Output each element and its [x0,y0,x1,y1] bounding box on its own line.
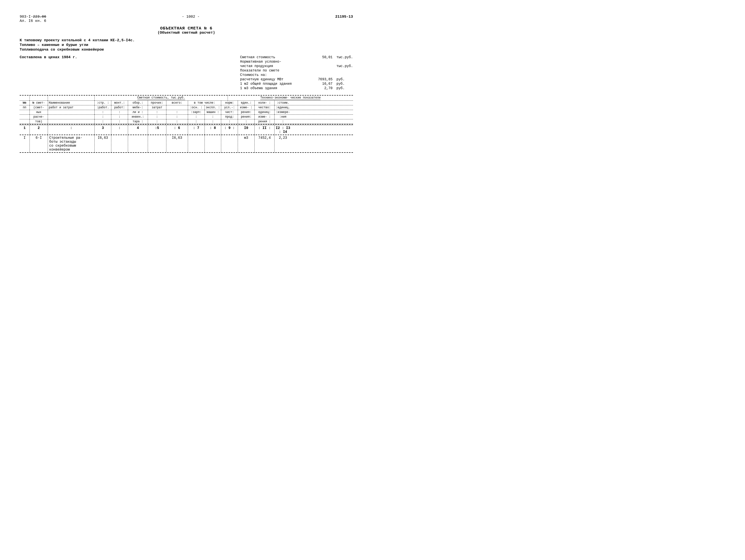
data-col8: I6,63 [166,135,188,152]
normative-row1: Нормативная условно- [240,60,353,64]
data-col2: 6-I [30,135,48,152]
h-col8-2 [166,105,188,110]
num-8: : 6 [166,125,188,135]
m2-value: 16,67 [313,82,332,86]
rashetnaya-value: 7693,85 [313,77,332,81]
h-col6-4: инвен.: [128,115,148,119]
info-section: Составлена в ценах 1984 г. Сметная стоим… [20,55,353,90]
h-col6-5: тара : [128,119,148,124]
hcell-techno-group: Технико-экономи- ческие показатели [228,96,353,100]
h-col12-3: рения: [238,110,255,114]
h-col12-4: рения: [238,115,255,119]
pokazateli-label: Показатели по смете [240,69,309,72]
h-col14-3: :измере- [274,110,291,114]
h-col12-5: : [238,119,255,124]
table-header: Сметная стоимость, тыс.руб. Технико-экон… [20,96,353,124]
rashetnaya-label: расчетную единицу МВт [240,77,309,81]
h-col13-5: рения : [255,119,274,124]
h-col3-5 [48,119,95,124]
header-center: - 1002 - [182,15,200,19]
h-col7-2: затрат [148,105,166,110]
num-12: I0 [238,125,255,135]
m3-unit: руб. [336,86,351,90]
normative-unit-blank [336,60,351,64]
h-col1-4 [20,115,30,119]
num-1: 1 [20,125,30,135]
h-col11-5: : [221,119,238,124]
data-col5 [111,135,128,152]
h-col2-3: ных [30,110,48,114]
doc-id-line2: Ал. I6 кн. 6 [20,19,46,23]
normative-unit: тыс.руб. [336,64,353,68]
h-col2-4: расче- [30,115,48,119]
data-col9 [188,135,205,152]
info-right: Сметная стоимость 50,01 тыс.руб. Нормати… [240,55,353,90]
header-row-groups: Сметная стоимость, тыс.руб. Технико-экон… [20,96,353,101]
h-col4-2: :работ. [95,105,111,110]
h-col14-5: : [274,119,291,124]
h-col5-5: : [111,119,128,124]
center-text: - 1002 - [182,15,200,19]
h-col1-5 [20,119,30,124]
description-line1: К типовому проекту котельной с 4 котлами… [20,38,353,42]
data-col13: 7452,4 [255,135,274,152]
smeta-cost-row: Сметная стоимость 50,01 тыс.руб. [240,55,353,59]
table-container: Сметная стоимость, тыс.руб. Технико-экон… [20,95,353,153]
h-col9-3: :зарп: [188,110,205,114]
smeta-group-label: Сметная стоимость, тыс.руб. [137,96,185,100]
num-6: 4 [128,125,148,135]
h-col5-1: монт.: [111,101,128,105]
h-col13-4: изме- : [255,115,274,119]
h-col14-2: :единиц. [274,105,291,110]
num-9: : 7 [188,125,205,135]
description-line2: Топливо – каменные и бурые угли [20,43,353,47]
normative-row2: чистая продукция тыс.руб. [240,64,353,68]
h-col7-4: : [148,115,166,119]
h-col5-3: : [111,110,128,114]
normative-value [313,64,332,68]
data-col14: 2,23 [274,135,291,152]
doc-id-line1: 903-I-223.86 [20,15,46,19]
rashetnaya-unit: руб. [336,77,351,81]
h-col9-4: : [188,115,205,119]
column-numbers-row: 1 2 : 3 : 4 :5 : 6 : 7 : 8 : 9 : I0 : II… [20,125,353,135]
header-section: 903-I-223.86 Ал. I6 кн. 6 - 1002 - 21195… [20,15,353,23]
num-14: I2 : I3 : I4 [274,125,291,135]
h-col8-3: : [166,110,188,114]
h-col10-4: : [205,115,222,119]
h-col9-5: : [188,119,205,124]
h-col8-1: всего: [166,101,188,105]
title-section: ОБЪЕКТНАЯ СМЕТА № 6 (Объектный сметный р… [20,26,353,35]
normative-value-blank [313,60,332,64]
h-col10-5: : [205,119,222,124]
num-5: : [111,125,128,135]
smeta-cost-value: 50,01 [313,55,332,59]
data-col12: м3 [238,135,255,152]
h-col11-2: усл.-: [221,105,238,110]
h-col4-1: :стр. : [95,101,111,105]
h-col5-2: работ: [111,105,128,110]
h-col12-2: изме- : [238,105,255,110]
header-row-sub3: ных : : ли и : : : :зарп: машин : чист: … [20,110,353,115]
header-row-sub1: №№ № смет- Наименование :стр. : монт.: о… [20,101,353,105]
header-row-sub5: тов) : : тара : : : : : : : рения : : [20,119,353,124]
m3-row: 1 м3 объема здания 2,70 руб. [240,86,353,90]
num-4: 3 [95,125,111,135]
h-col6-1: обор.: [128,101,148,105]
right-id: 21195-13 [335,15,353,19]
m3-value: 2,70 [313,86,332,90]
h-col4-5: : [95,119,111,124]
data-col4: I6,63 [95,135,111,152]
h-col7-3: : [148,110,166,114]
h-col2-1: № смет- [30,101,48,105]
compiled-text: Составлена в ценах 1984 г. [20,55,77,90]
h-col13-1: коли- : [255,101,274,105]
h-col13-2: чество: [255,105,274,110]
h-col12-1: един.: [238,101,255,105]
h-col7-1: прочих: [148,101,166,105]
compiled-label: Составлена в ценах 1984 г. [20,55,77,60]
m2-label: 1 м2 общей площади здания [240,82,309,86]
data-col6 [128,135,148,152]
header-row-sub4: расче- : : инвен.: : : : : прод: рения: … [20,115,353,119]
num-10: : 8 [205,125,222,135]
